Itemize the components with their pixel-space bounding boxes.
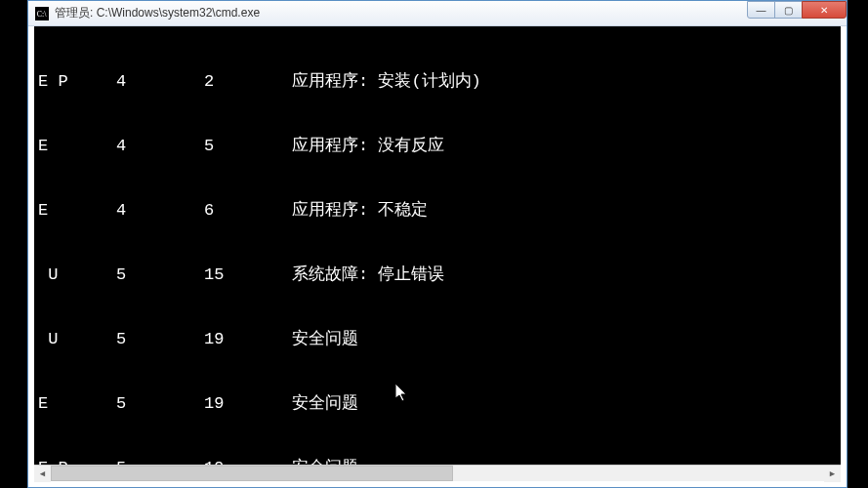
cmd-icon: C:\ [34,6,50,21]
horizontal-scrollbar[interactable]: ◀ ▶ [34,465,841,481]
scroll-right-button[interactable]: ▶ [824,466,841,482]
cmd-window: C:\ 管理员: C:\Windows\system32\cmd.exe — ▢… [27,0,847,488]
table-row: E45应用程序: 没有反应 [38,136,837,157]
window-title: 管理员: C:\Windows\system32\cmd.exe [55,5,260,21]
terminal-client[interactable]: E P42应用程序: 安装(计划内) E45应用程序: 没有反应 E46应用程序… [34,26,841,481]
table-row: U519安全问题 [38,329,837,350]
table-row: E519安全问题 [38,393,837,415]
svg-text:C:\: C:\ [37,9,47,18]
table-row: U515系统故障: 停止错误 [38,264,837,286]
titlebar[interactable]: C:\ 管理员: C:\Windows\system32\cmd.exe — ▢… [28,1,847,26]
table-row: E P42应用程序: 安装(计划内) [38,71,837,93]
close-button[interactable]: ✕ [802,1,847,19]
window-controls: — ▢ ✕ [748,1,847,25]
minimize-button[interactable]: — [747,1,775,19]
scroll-track[interactable] [51,466,824,481]
scroll-thumb[interactable] [51,466,453,481]
table-row: E46应用程序: 不稳定 [38,200,837,222]
scroll-left-button[interactable]: ◀ [34,466,51,482]
maximize-button[interactable]: ▢ [774,1,803,19]
terminal-output: E P42应用程序: 安装(计划内) E45应用程序: 没有反应 E46应用程序… [38,28,837,481]
